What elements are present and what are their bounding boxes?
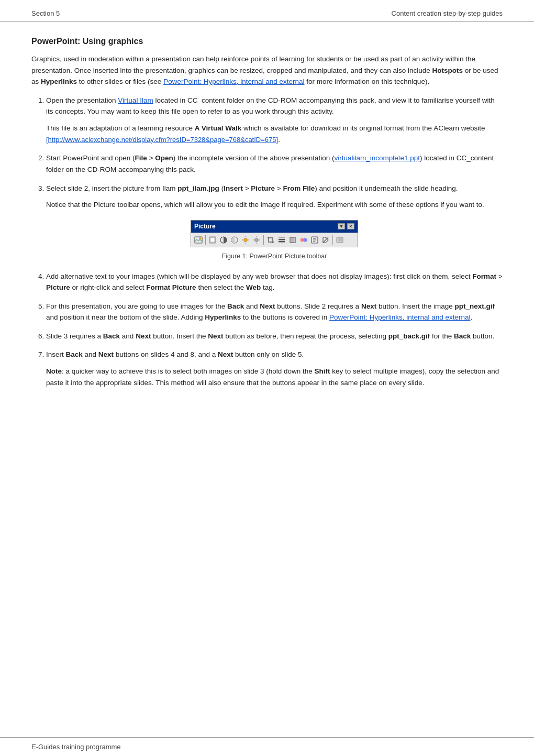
page-footer: E-Guides training programme [0, 737, 534, 756]
item7-note: Note: a quicker way to achieve this is t… [46, 366, 503, 388]
item5-text2: and [244, 302, 260, 310]
list-item-4: Add alternative text to your images (whi… [46, 271, 503, 293]
item3-sub-para1: Notice that the Picture toolbar opens, w… [46, 199, 503, 211]
list-item-7-text: Insert Back and Next buttons on slides 4… [46, 349, 503, 360]
item3-text4: > [275, 184, 283, 192]
item7-bold2: Next [98, 350, 114, 358]
header-section: Section 5 [31, 9, 60, 17]
tb-color-icon[interactable] [207, 235, 218, 245]
item4-text2: > [496, 272, 503, 280]
item6-text5: for the [430, 332, 454, 340]
item6-bold2: Next [136, 332, 151, 340]
item4-bold4: Web [246, 283, 261, 291]
tb-format-picture-icon[interactable] [309, 235, 320, 245]
item5-text5: and position it near the bottom of the s… [46, 313, 205, 321]
tb-set-transparent-icon[interactable] [320, 235, 331, 245]
header-title: Content creation step-by-step guides [392, 9, 503, 17]
item1-sub2: which is available for download in its o… [241, 124, 485, 132]
item2-text1: Start PowerPoint and open ( [46, 154, 135, 162]
tb-line-style-icon[interactable] [276, 235, 287, 245]
svg-point-21 [301, 238, 304, 242]
list-item-1-text: Open the presentation Virtual Ilam locat… [46, 95, 503, 117]
svg-rect-28 [338, 238, 342, 242]
item4-text4: then select the [196, 283, 246, 291]
item2-bold1: File [135, 154, 147, 162]
svg-point-1 [199, 237, 201, 239]
tb-crop-icon[interactable] [265, 235, 276, 245]
list-item-3: Select slide 2, insert the picture from … [46, 183, 503, 261]
item5-bold3: Next [361, 302, 376, 310]
toolbar-icons-row [191, 233, 358, 247]
item2-bold2: Open [155, 154, 173, 162]
intro-text-1: Graphics, used in moderation within a pr… [31, 55, 475, 74]
hyperlinks-internal-external-link[interactable]: PowerPoint: Hyperlinks, internal and ext… [163, 78, 304, 85]
item3-text5: ) and position it underneath the slide h… [315, 184, 458, 192]
item6-bold4: ppt_back.gif [388, 332, 430, 340]
list-item-2: Start PowerPoint and open (File > Open) … [46, 152, 503, 175]
svg-rect-0 [195, 237, 202, 243]
item5-text3: buttons. Slide 2 requires a [275, 302, 361, 310]
item3-bold2: Insert [224, 184, 243, 192]
toolbar-close-btn[interactable]: × [347, 223, 354, 229]
svg-rect-3 [210, 238, 215, 242]
tb-more-brightness-icon[interactable] [240, 235, 251, 245]
tb-compress-icon[interactable] [287, 235, 298, 245]
item6-text2: and [120, 332, 136, 340]
item7-text2: and [83, 350, 98, 358]
item7-note-text: : a quicker way to achieve this is to se… [62, 367, 315, 375]
list-item-4-text: Add alternative text to your images (whi… [46, 271, 503, 293]
item2-text2: > [147, 154, 155, 162]
item4-bold2: Picture [46, 283, 70, 291]
item5-text6: to the buttons is covered in [241, 313, 329, 321]
toolbar-title: Picture [194, 222, 216, 232]
svg-point-22 [304, 238, 307, 242]
tb-recolor-icon[interactable] [298, 235, 309, 245]
item7-text4: button only on slide 5. [233, 350, 304, 358]
item4-bold1: Format [472, 272, 496, 280]
intro-end: to other slides or files (see [77, 78, 163, 85]
list-item-2-text: Start PowerPoint and open (File > Open) … [46, 152, 503, 175]
item6-text1: Slide 3 requires a [46, 332, 103, 340]
tb-more-contrast-icon[interactable] [218, 235, 229, 245]
toolbar-sep-2 [263, 235, 264, 245]
tb-less-contrast-icon[interactable] [229, 235, 240, 245]
item5-text1: For this presentation, you are going to … [46, 302, 227, 310]
item6-bold3: Next [208, 332, 223, 340]
tb-reset-picture-icon[interactable] [335, 235, 345, 245]
figure-caption: Figure 1: PowerPoint Picture toolbar [46, 251, 503, 261]
item3-bold1: ppt_ilam.jpg [177, 184, 219, 192]
item7-note-label: Note [46, 367, 62, 375]
hyperlinks-link-5[interactable]: PowerPoint: Hyperlinks, internal and ext… [329, 313, 470, 321]
toolbar-title-bar: Picture ▼ × [191, 221, 358, 233]
item4-text3: or right-click and select [70, 283, 147, 291]
toolbar-pin-btn[interactable]: ▼ [338, 223, 345, 229]
steps-list: Open the presentation Virtual Ilam locat… [46, 95, 503, 388]
item5-bold4: ppt_next.gif [455, 302, 495, 310]
tb-less-brightness-icon[interactable] [251, 235, 262, 245]
svg-rect-20 [291, 238, 294, 242]
item7-bold1: Back [66, 350, 83, 358]
page-header: Section 5 Content creation step-by-step … [0, 0, 534, 22]
item4-bold3: Format Picture [146, 283, 196, 291]
virtualilam-incomplete-link[interactable]: virtualilam_incomplete1.ppt [334, 154, 420, 162]
item6-bold1: Back [103, 332, 120, 340]
item6-text3: button. Insert the [151, 332, 208, 340]
tb-insert-picture-icon[interactable] [193, 235, 204, 245]
item5-text7: . [470, 313, 472, 321]
item5-bold1: Back [227, 302, 244, 310]
item6-text4: button as before, then repeat the proces… [223, 332, 388, 340]
item3-text2: ( [219, 184, 224, 192]
item1-sub1: This file is an adaptation of a learning… [46, 124, 195, 132]
item5-bold5: Hyperlinks [205, 313, 241, 321]
aclearn-link[interactable]: [http://www.aclexchange.net/display.cfm?… [46, 136, 278, 144]
virtual-ilam-link[interactable]: Virtual Ilam [118, 96, 153, 104]
list-item-7: Insert Back and Next buttons on slides 4… [46, 349, 503, 388]
item7-text3: buttons on slides 4 and 8, and a [114, 350, 218, 358]
intro-paragraph: Graphics, used in moderation within a pr… [31, 53, 503, 87]
item7-note-bold1: Shift [315, 367, 330, 375]
list-item-5: For this presentation, you are going to … [46, 301, 503, 323]
item1-sub-bold: A Virtual Walk [195, 124, 242, 132]
item3-bold3: Picture [251, 184, 275, 192]
item3-text1: Select slide 2, insert the picture from … [46, 184, 177, 192]
item4-text5: tag. [261, 283, 274, 291]
